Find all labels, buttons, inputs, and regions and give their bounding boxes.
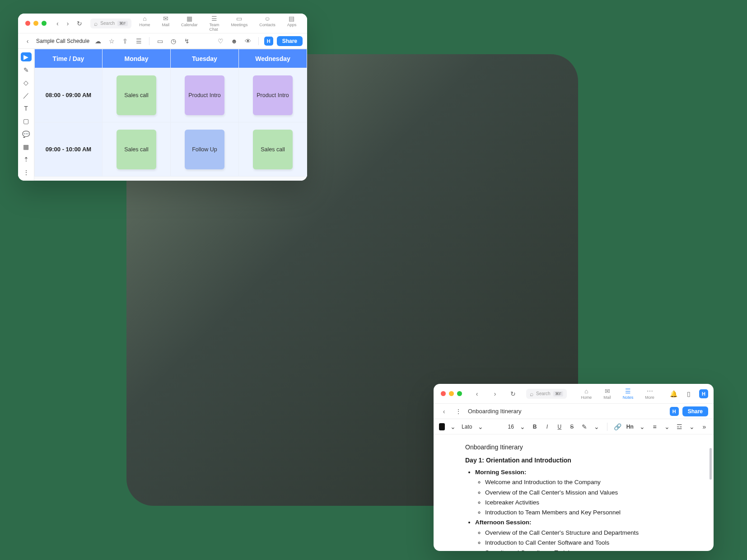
schedule-card[interactable]: Product Intro <box>253 75 293 115</box>
window-controls[interactable] <box>439 391 464 396</box>
list-icon[interactable]: ☰ <box>134 36 144 46</box>
tool-shapes[interactable]: ◇ <box>21 78 32 87</box>
search-input[interactable]: ⌕ Search ⌘F <box>526 389 567 399</box>
timer-icon[interactable]: ◷ <box>168 36 178 46</box>
nav-item-calendar[interactable]: ▦Calendar <box>181 15 198 32</box>
view-icon[interactable]: 👁 <box>243 36 253 46</box>
table-row: 08:00 - 09:00 AMSales callProduct IntroP… <box>35 68 307 122</box>
back-icon[interactable]: ‹ <box>439 406 449 416</box>
scrollbar[interactable] <box>710 448 712 480</box>
nav-item-notes[interactable]: ☰Notes <box>623 388 634 400</box>
schedule-cell[interactable]: Sales call <box>103 122 171 177</box>
notes-window: ‹ › ↻ ⌕ Search ⌘F ⌂Home✉Mail☰Notes⋯More … <box>434 384 714 551</box>
schedule-cell[interactable]: Product Intro <box>171 68 239 122</box>
tool-connector[interactable]: ／ <box>21 91 32 100</box>
present-icon[interactable]: ▭ <box>155 36 165 46</box>
schedule-card[interactable]: Sales call <box>253 130 293 169</box>
home-icon: ⌂ <box>584 388 588 394</box>
size-select[interactable]: 16 <box>508 424 514 430</box>
schedule-card[interactable]: Product Intro <box>185 75 224 115</box>
chevron-down-icon[interactable]: ⌄ <box>688 422 696 432</box>
whiteboard-canvas[interactable]: Time / DayMondayTuesdayWednesday 08:00 -… <box>34 49 307 181</box>
nav-item-team-chat[interactable]: ☰Team Chat <box>210 15 219 32</box>
italic-button[interactable]: I <box>543 422 551 432</box>
comment-icon[interactable]: ♡ <box>216 36 226 46</box>
tool-pen[interactable]: ✎ <box>21 65 32 74</box>
nav-fwd-icon[interactable]: › <box>490 389 500 399</box>
list-item: Overview of the Call Center's Mission an… <box>485 488 682 497</box>
panel-icon[interactable]: ▯ <box>684 389 694 399</box>
user-avatar[interactable]: H <box>670 407 679 416</box>
share-button[interactable]: Share <box>277 36 303 46</box>
chevron-down-icon[interactable]: ⌄ <box>518 422 526 432</box>
doc-title[interactable]: Onboarding Itinerary <box>468 408 522 415</box>
align-button[interactable]: ≡ <box>651 422 658 432</box>
laser-icon[interactable]: ↯ <box>182 36 192 46</box>
tool-sticky[interactable]: ▢ <box>21 117 32 126</box>
schedule-card[interactable]: Sales call <box>117 75 156 115</box>
search-input[interactable]: ⌕ Search ⌘F <box>90 19 131 28</box>
tool-text[interactable]: T <box>21 104 32 113</box>
nav-fwd-icon[interactable]: › <box>67 19 69 28</box>
schedule-card[interactable]: Follow Up <box>185 130 224 169</box>
app-main-nav: ‹ › ↻ ⌕ Search ⌘F ⌂Home✉Mail▦Calendar☰Te… <box>18 14 307 33</box>
note-title: Onboarding Itinerary <box>465 443 682 452</box>
meetings-icon: ▭ <box>236 15 242 22</box>
col-header: Time / Day <box>35 49 103 68</box>
col-header: Tuesday <box>171 49 239 68</box>
bold-button[interactable]: B <box>531 422 538 432</box>
chevron-down-icon[interactable]: ⌄ <box>476 422 484 432</box>
doc-title[interactable]: Sample Call Schedule <box>36 38 89 44</box>
tool-comment[interactable]: 💬 <box>21 129 32 138</box>
chevron-down-icon[interactable]: ⌄ <box>639 422 646 432</box>
star-icon[interactable]: ☆ <box>107 36 117 46</box>
schedule-cell[interactable]: Sales call <box>239 122 307 177</box>
nav-item-meetings[interactable]: ▭Meetings <box>231 15 248 32</box>
schedule-cell[interactable]: Follow Up <box>171 122 239 177</box>
schedule-cell[interactable]: Sales call <box>103 68 171 122</box>
nav-item-mail[interactable]: ✉Mail <box>603 388 611 400</box>
schedule-cell[interactable]: Product Intro <box>239 68 307 122</box>
chevron-down-icon[interactable]: ⌄ <box>663 422 671 432</box>
divider <box>607 423 607 431</box>
mail-icon: ✉ <box>163 15 168 22</box>
more-icon: ⋯ <box>647 388 653 394</box>
underline-button[interactable]: U <box>556 422 563 432</box>
user-avatar[interactable]: H <box>699 389 708 398</box>
history-icon[interactable]: ↻ <box>508 389 518 399</box>
nav-back-icon[interactable]: ‹ <box>472 389 482 399</box>
whiteboard-toolbar: ‹ Sample Call Schedule ☁ ☆ ⇪ ☰ ▭ ◷ ↯ ♡ ☻… <box>18 33 307 49</box>
nav-item-mail[interactable]: ✉Mail <box>162 15 170 32</box>
list-button[interactable]: ☲ <box>676 422 683 432</box>
back-icon[interactable]: ‹ <box>23 36 33 46</box>
nav-item-more[interactable]: ⋯More <box>645 388 654 400</box>
nav-item-apps[interactable]: ▤Apps <box>287 15 297 32</box>
more-icon[interactable]: ⋮ <box>453 406 463 416</box>
history-icon[interactable]: ↻ <box>77 19 82 28</box>
nav-item-home[interactable]: ⌂Home <box>140 15 150 32</box>
nav-item-contacts[interactable]: ☺Contacts <box>259 15 275 32</box>
notes-editor[interactable]: Onboarding Itinerary Day 1: Orientation … <box>434 434 714 551</box>
strike-button[interactable]: S <box>568 422 576 432</box>
tool-frame[interactable]: ▦ <box>21 142 32 151</box>
font-select[interactable]: Lato <box>462 424 472 430</box>
nav-item-home[interactable]: ⌂Home <box>581 388 592 400</box>
chevron-down-icon[interactable]: ⌄ <box>593 422 600 432</box>
user-avatar[interactable]: H <box>264 37 273 46</box>
tool-more[interactable]: ⋮ <box>21 168 32 177</box>
chevron-down-icon[interactable]: ⌄ <box>449 422 457 432</box>
tool-pointer[interactable]: ▶ <box>21 52 32 61</box>
export-icon[interactable]: ⇪ <box>120 36 130 46</box>
share-button[interactable]: Share <box>682 406 708 416</box>
window-controls[interactable] <box>23 21 48 26</box>
nav-back-icon[interactable]: ‹ <box>56 19 59 28</box>
link-button[interactable]: 🔗 <box>614 422 621 432</box>
reactions-icon[interactable]: ☻ <box>229 36 239 46</box>
overflow-icon[interactable]: » <box>700 422 708 432</box>
tool-upload[interactable]: ⇡ <box>21 155 32 164</box>
color-swatch[interactable] <box>439 423 445 430</box>
highlight-button[interactable]: ✎ <box>580 422 588 432</box>
heading-button[interactable]: Hn <box>626 422 634 432</box>
schedule-card[interactable]: Sales call <box>117 130 156 169</box>
bell-icon[interactable]: 🔔 <box>668 389 678 399</box>
